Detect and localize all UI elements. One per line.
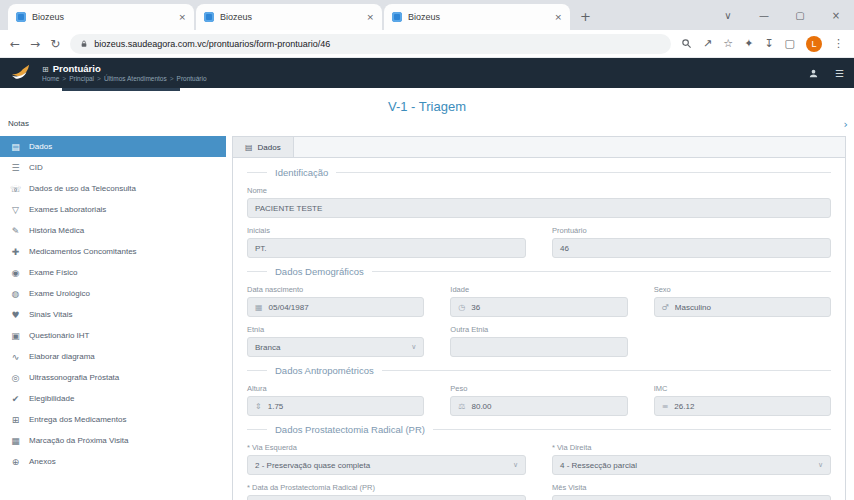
mes-visita-input[interactable]: # 0 xyxy=(552,495,831,500)
sidebar-item-dados[interactable]: ▤ Dados xyxy=(0,136,226,157)
bookmark-star-icon[interactable]: ☆ xyxy=(723,37,733,50)
sidebar-item-label: Exame Urológico xyxy=(29,289,90,298)
outra-etnia-input[interactable] xyxy=(450,337,627,357)
window-minimize-button[interactable]: — xyxy=(746,0,782,30)
sidebar-item-ultrassonografia[interactable]: ◎ Ultrassonografia Próstata xyxy=(0,367,226,388)
back-icon[interactable]: ← xyxy=(10,37,20,51)
browser-tab-3[interactable]: Biozeus × xyxy=(384,4,570,30)
field-label: Sexo xyxy=(654,285,831,294)
new-tab-button[interactable]: + xyxy=(580,9,591,24)
extensions-icon[interactable]: ✦ xyxy=(744,37,753,50)
download-icon[interactable]: ↧ xyxy=(764,37,773,50)
sidebar-item-teleconsulta[interactable]: ☏ Dados de uso da Teleconsulta xyxy=(0,178,226,199)
share-icon[interactable]: ↗ xyxy=(703,37,712,50)
browser-tab-2[interactable]: Biozeus × xyxy=(196,4,382,30)
panel-toggle-chevron-icon[interactable]: › xyxy=(844,118,848,131)
sidebar-item-label: Dados de uso da Teleconsulta xyxy=(29,184,136,193)
reload-icon[interactable]: ↻ xyxy=(50,37,60,51)
tab-search-chevron-icon[interactable]: ∨ xyxy=(710,0,746,30)
sidebar-item-questionario[interactable]: ▣ Questionário IHT xyxy=(0,325,226,346)
tab-close-icon[interactable]: × xyxy=(366,12,374,22)
field-label: Idade xyxy=(450,285,627,294)
via-direita-select[interactable]: 4 - Ressecção parcial ∨ xyxy=(552,455,831,475)
sidebar-item-exames-laboratoriais[interactable]: ▽ Exames Laboratoriais xyxy=(0,199,226,220)
main-layout: ▤ Dados ☰ CID ☏ Dados de uso da Telecons… xyxy=(0,136,854,500)
sidebar-item-anexos[interactable]: ⊕ Anexos xyxy=(0,451,226,472)
input-value: 46 xyxy=(560,244,569,253)
sidebar-item-elegibilidade[interactable]: ✔ Elegibilidade xyxy=(0,388,226,409)
header-title-block: ⊞ Prontuário Home>Principal>Últimos Aten… xyxy=(42,64,207,82)
input-value: Masculino xyxy=(675,303,711,312)
field-mes-visita: Mês Visita # 0 xyxy=(552,483,831,500)
data-prostatectomia-input[interactable]: ▦ 11/11/2021 xyxy=(247,495,526,500)
window-maximize-button[interactable]: ▢ xyxy=(782,0,818,30)
imc-input[interactable]: ≡ 26.12 xyxy=(654,396,831,416)
address-bar[interactable]: biozeus.saudeagora.com.vc/prontuarios/fo… xyxy=(70,34,671,54)
idade-input[interactable]: ◷ 36 xyxy=(450,297,627,317)
prontuario-input[interactable]: 46 xyxy=(552,238,831,258)
header-underline xyxy=(62,88,180,91)
sexo-input[interactable]: ♂ Masculino xyxy=(654,297,831,317)
heart-icon: ♥ xyxy=(10,310,21,320)
section-identificacao: Identificação xyxy=(247,167,831,178)
panel-tab-bar: ▤ Dados xyxy=(233,137,845,158)
sidebar-item-label: Dados xyxy=(29,142,52,151)
zoom-icon[interactable] xyxy=(681,38,692,49)
tab-close-icon[interactable]: × xyxy=(178,12,186,22)
hamburger-menu-icon[interactable]: ☰ xyxy=(835,68,844,79)
stethoscope-icon: ◉ xyxy=(10,268,21,278)
altura-input[interactable]: ⇕ 1.75 xyxy=(247,396,424,416)
nome-input[interactable]: PACIENTE TESTE xyxy=(247,198,831,218)
tab-dados[interactable]: ▤ Dados xyxy=(233,137,294,157)
sidebar-item-label: Entrega dos Medicamentos xyxy=(29,415,126,424)
tab-close-icon[interactable]: × xyxy=(554,12,562,22)
field-label: * Via Direita xyxy=(552,443,831,452)
breadcrumb-ultimos-atendimentos[interactable]: Últimos Atendimentos xyxy=(104,75,167,82)
side-panel-icon[interactable]: ▢ xyxy=(785,37,795,50)
breadcrumb-prontuario[interactable]: Prontuário xyxy=(177,75,207,82)
sidebar-item-exame-urologico[interactable]: ◍ Exame Urológico xyxy=(0,283,226,304)
check-icon: ✔ xyxy=(10,394,21,404)
form-body: Identificação Nome PACIENTE TESTE Inicia… xyxy=(233,158,845,500)
via-esquerda-select[interactable]: 2 - Preservação quase completa ∨ xyxy=(247,455,526,475)
sidebar-item-label: Questionário IHT xyxy=(29,331,89,340)
sidebar-item-proxima-visita[interactable]: ▦ Marcação da Próxima Visita xyxy=(0,430,226,451)
flask-icon: ▽ xyxy=(10,205,21,215)
tab-label: Dados xyxy=(258,143,281,152)
breadcrumb-principal[interactable]: Principal xyxy=(69,75,94,82)
field-via-esquerda: * Via Esquerda 2 - Preservação quase com… xyxy=(247,443,526,475)
field-label: Prontuário xyxy=(552,226,831,235)
sidebar-item-medicamentos-concomitantes[interactable]: ✚ Medicamentos Concomitantes xyxy=(0,241,226,262)
sidebar-item-label: Medicamentos Concomitantes xyxy=(29,247,137,256)
data-nascimento-input[interactable]: ▦ 05/04/1987 xyxy=(247,297,424,317)
chevron-down-icon: ∨ xyxy=(513,461,518,469)
iniciais-input[interactable]: PT. xyxy=(247,238,526,258)
section-antropometricos: Dados Antropométricos xyxy=(247,365,831,376)
form-row: Nome PACIENTE TESTE xyxy=(247,186,831,218)
profile-avatar[interactable]: L xyxy=(806,36,822,52)
form-row: Etnia Branca ∨ Outra Etnia xyxy=(247,325,831,357)
user-icon[interactable] xyxy=(808,68,819,79)
sidebar-item-historia-medica[interactable]: ✎ História Médica xyxy=(0,220,226,241)
sidebar-item-sinais-vitais[interactable]: ♥ Sinais Vitais xyxy=(0,304,226,325)
field-label: Iniciais xyxy=(247,226,526,235)
input-value: 26.12 xyxy=(674,402,694,411)
breadcrumb-home[interactable]: Home xyxy=(42,75,59,82)
peso-input[interactable]: ⚖ 80.00 xyxy=(450,396,627,416)
sidebar-item-cid[interactable]: ☰ CID xyxy=(0,157,226,178)
browser-tab-1[interactable]: Biozeus × xyxy=(8,4,194,30)
sidebar-item-exame-fisico[interactable]: ◉ Exame Físico xyxy=(0,262,226,283)
etnia-select[interactable]: Branca ∨ xyxy=(247,337,424,357)
input-value: 05/04/1987 xyxy=(269,303,309,312)
field-sexo: Sexo ♂ Masculino xyxy=(654,285,831,317)
calendar-icon: ▦ xyxy=(255,303,263,312)
browser-menu-icon[interactable]: ⋮ xyxy=(833,37,844,50)
field-label: Data nascimento xyxy=(247,285,424,294)
sidebar-item-label: História Médica xyxy=(29,226,84,235)
sidebar-item-elaborar-diagrama[interactable]: ∿ Elaborar diagrama xyxy=(0,346,226,367)
forward-icon[interactable]: → xyxy=(30,37,40,51)
sidebar-item-entrega-medicamentos[interactable]: ⊞ Entrega dos Medicamentos xyxy=(0,409,226,430)
field-label: Peso xyxy=(450,384,627,393)
window-close-button[interactable]: × xyxy=(818,0,854,30)
field-via-direita: * Via Direita 4 - Ressecção parcial ∨ xyxy=(552,443,831,475)
